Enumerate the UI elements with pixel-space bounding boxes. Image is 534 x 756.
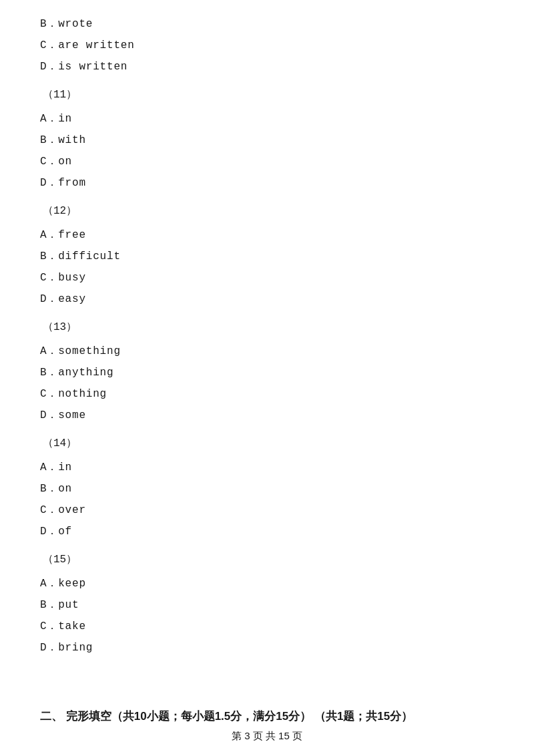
option-15-c: C．take (40, 616, 494, 637)
option-14-a: A．in (40, 457, 494, 478)
option-c-are-written: C．are written (40, 35, 494, 56)
footer-page: 第 3 页 共 15 页 (0, 730, 534, 743)
option-15-d: D．bring (40, 637, 494, 658)
option-12-c: C．busy (40, 267, 494, 289)
option-14-c: C．over (40, 500, 494, 521)
option-11-b: B．with (40, 130, 494, 151)
option-11-a: A．in (40, 108, 494, 130)
option-13-d: D．some (40, 405, 494, 426)
option-15-a: A．keep (40, 573, 494, 594)
option-14-d: D．of (40, 521, 494, 542)
question-11-number: （11） (40, 84, 494, 106)
option-13-a: A．something (40, 341, 494, 362)
option-b-wrote: B．wrote (40, 13, 494, 35)
question-12-number: （12） (40, 200, 494, 222)
option-11-d: D．from (40, 172, 494, 194)
option-12-d: D．easy (40, 289, 494, 310)
question-13-number: （13） (40, 317, 494, 338)
footer-section: 二、 完形填空（共10小题；每小题1.5分，满分15分） （共1题；共15分） … (0, 707, 534, 743)
option-11-c: C．on (40, 151, 494, 172)
footer-title: 二、 完形填空（共10小题；每小题1.5分，满分15分） （共1题；共15分） (0, 707, 534, 727)
option-15-b: B．put (40, 594, 494, 616)
question-15-number: （15） (40, 549, 494, 570)
option-12-b: B．difficult (40, 246, 494, 267)
option-14-b: B．on (40, 478, 494, 500)
option-d-is-written: D．is written (40, 56, 494, 77)
page-content: B．wrote C．are written D．is written （11） … (0, 0, 534, 712)
question-14-number: （14） (40, 433, 494, 454)
option-13-b: B．anything (40, 362, 494, 383)
option-12-a: A．free (40, 224, 494, 246)
option-13-c: C．nothing (40, 383, 494, 405)
